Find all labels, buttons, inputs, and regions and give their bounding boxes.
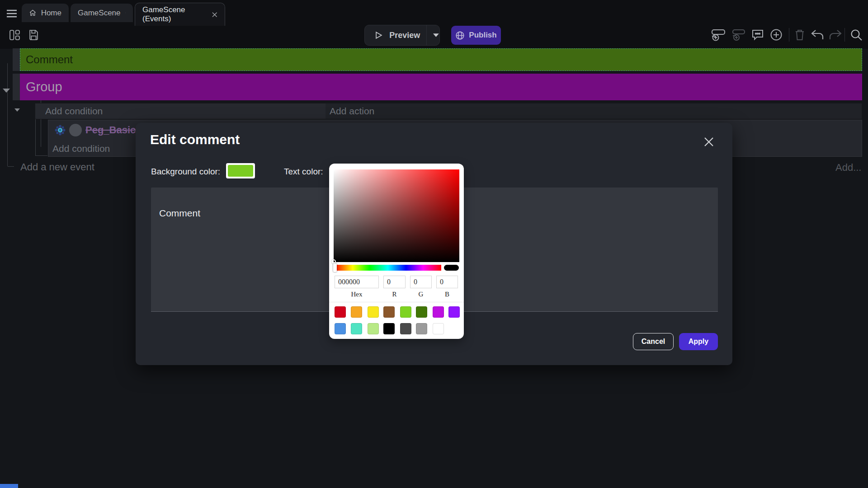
preview-button[interactable]: Preview: [364, 25, 440, 46]
add-action-link[interactable]: Add action: [326, 103, 863, 119]
apply-button[interactable]: Apply: [679, 333, 718, 350]
close-icon[interactable]: [702, 135, 716, 149]
r-label: R: [383, 291, 406, 298]
tab-label: GameScene (Events): [142, 5, 208, 23]
caret-down-icon[interactable]: [433, 33, 439, 38]
undo-icon[interactable]: [809, 28, 826, 42]
saturation-area[interactable]: [334, 169, 459, 262]
publish-label: Publish: [469, 31, 496, 40]
add-circle-icon[interactable]: [769, 28, 784, 42]
g-label: G: [410, 291, 432, 298]
dialog-title: Edit comment: [150, 132, 240, 147]
preset-swatch[interactable]: [400, 323, 411, 334]
background-color-label: Background color:: [151, 167, 220, 177]
bottom-left-accent: [0, 484, 18, 488]
add-more-link[interactable]: Add...: [835, 162, 861, 174]
save-icon[interactable]: [27, 28, 40, 42]
preset-swatch[interactable]: [416, 323, 427, 334]
g-input[interactable]: [410, 276, 432, 288]
preset-swatch[interactable]: [383, 306, 395, 318]
close-icon[interactable]: [212, 12, 217, 18]
preset-swatch[interactable]: [448, 306, 460, 318]
preset-swatch[interactable]: [383, 323, 395, 334]
collapse-arrow-icon[interactable]: [14, 108, 20, 112]
preset-swatch[interactable]: [416, 306, 427, 318]
publish-button[interactable]: Publish: [451, 26, 501, 45]
group-event-bar[interactable]: Group: [20, 74, 862, 100]
b-label: B: [436, 291, 458, 298]
top-bar: Home GameScene GameScene (Events) Previe…: [0, 0, 868, 49]
comment-bar-text: Comment: [26, 53, 73, 66]
add-subevent-icon[interactable]: [730, 28, 748, 42]
group-bar-text: Group: [26, 80, 62, 94]
condition-text: Peg_Basic-: [85, 124, 139, 136]
preset-swatch[interactable]: [351, 306, 362, 318]
preset-swatch[interactable]: [433, 306, 444, 318]
search-icon[interactable]: [848, 28, 864, 42]
collapse-arrow-icon[interactable]: [3, 89, 10, 93]
preset-swatch[interactable]: [335, 306, 346, 318]
background-color-swatch[interactable]: [226, 163, 255, 178]
trash-icon[interactable]: [792, 28, 807, 42]
drag-handle[interactable]: [13, 48, 20, 71]
tab-label: GameScene: [78, 9, 121, 18]
tab-home[interactable]: Home: [22, 4, 69, 22]
add-event-icon[interactable]: [710, 28, 728, 42]
hex-label: Hex: [335, 291, 379, 298]
divider: [329, 302, 464, 302]
layout-icon[interactable]: [8, 28, 21, 42]
object-icon: [69, 124, 82, 136]
text-color-label: Text color:: [284, 167, 323, 177]
home-icon: [29, 9, 37, 17]
tab-label: Home: [41, 9, 61, 18]
preset-swatch[interactable]: [368, 323, 379, 334]
event-row: Add condition Add action: [35, 103, 862, 119]
hue-slider-handle[interactable]: [333, 263, 337, 272]
preset-swatch[interactable]: [433, 323, 444, 334]
b-input[interactable]: [436, 276, 458, 288]
preset-swatch[interactable]: [400, 306, 411, 318]
comment-event-bar[interactable]: Comment: [20, 48, 862, 71]
preset-swatch[interactable]: [351, 323, 362, 334]
cancel-button[interactable]: Cancel: [633, 333, 674, 350]
add-new-event-link[interactable]: Add a new event: [20, 161, 94, 173]
object-thumbnail-icon: [55, 125, 66, 136]
preset-swatch[interactable]: [368, 306, 379, 318]
add-comment-icon[interactable]: [750, 28, 766, 42]
add-condition-link[interactable]: Add condition: [35, 103, 326, 119]
preview-label: Preview: [389, 31, 420, 40]
menu-icon[interactable]: [5, 8, 18, 19]
tab-gamescene-events[interactable]: GameScene (Events): [135, 3, 225, 26]
current-color-swatch: [444, 265, 459, 271]
preset-swatch[interactable]: [335, 323, 346, 334]
tab-gamescene[interactable]: GameScene: [71, 4, 133, 22]
redo-icon[interactable]: [827, 28, 844, 42]
hex-input[interactable]: [335, 276, 379, 288]
r-input[interactable]: [383, 276, 406, 288]
color-picker-popup: Hex R G B: [329, 164, 464, 339]
globe-icon: [455, 31, 465, 40]
hue-slider[interactable]: [335, 265, 441, 271]
drag-handle[interactable]: [13, 74, 20, 100]
app-window: Home GameScene GameScene (Events) Previe…: [0, 0, 868, 488]
close-icon[interactable]: [125, 10, 126, 16]
play-icon: [374, 30, 383, 40]
